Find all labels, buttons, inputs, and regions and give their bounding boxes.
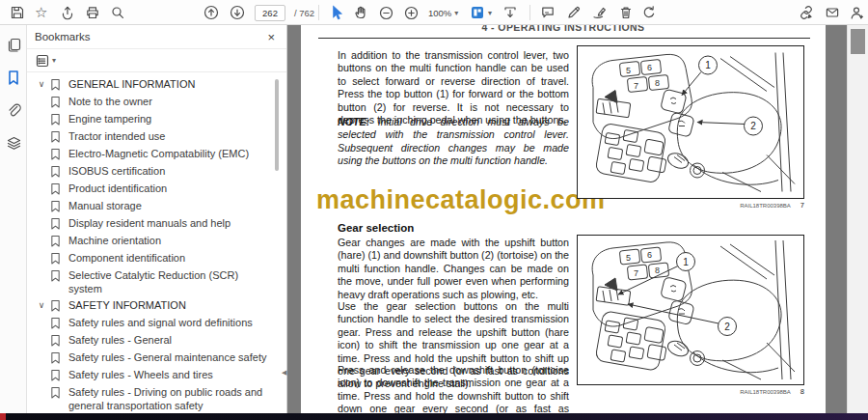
account-button[interactable] xyxy=(849,0,865,25)
add-comment-button[interactable] xyxy=(540,0,556,25)
layers-panel-button[interactable] xyxy=(0,131,27,158)
note-text: Initial drive direction must always be s… xyxy=(338,116,569,166)
fill-sign-button[interactable] xyxy=(799,0,814,25)
chevron-down-icon: ▾ xyxy=(52,56,56,65)
bookmark-label: Selective Catalytic Reduction (SCR) syst… xyxy=(68,269,281,295)
bookmark-item[interactable]: Product identification xyxy=(27,181,286,198)
bookmark-label: Machine orientation xyxy=(68,235,175,248)
save-icon xyxy=(10,5,25,20)
bookmark-item[interactable]: Display resident manuals and help xyxy=(27,215,286,233)
chevron-down-icon[interactable]: ∨ xyxy=(35,299,48,312)
save-button[interactable] xyxy=(10,0,25,25)
highlight-button[interactable] xyxy=(566,0,582,25)
bookmark-label: SAFETY INFORMATION xyxy=(68,299,200,313)
page-number-value[interactable]: 262 xyxy=(255,5,285,21)
share-button[interactable] xyxy=(60,0,75,25)
close-icon[interactable]: × xyxy=(263,30,279,44)
zoom-in-button[interactable] xyxy=(403,0,420,25)
bookmark-item[interactable]: Manual storage xyxy=(27,198,286,215)
select-tool-button[interactable] xyxy=(329,0,343,25)
bookmark-item[interactable]: Machine orientation xyxy=(27,233,286,250)
figure-1-number: 7 xyxy=(800,201,804,210)
fit-width-button[interactable] xyxy=(502,0,518,25)
bookmark-section[interactable]: ∨SAFETY INFORMATION xyxy=(27,297,286,315)
zoom-out-button[interactable] xyxy=(378,0,394,25)
figure-2-caption: RAIL18TR00398BA8 xyxy=(577,387,804,396)
fit-width-icon xyxy=(502,5,518,20)
attachments-panel-button[interactable] xyxy=(0,98,27,126)
figure-1: 1 2 xyxy=(577,45,804,199)
scrollbar-thumb[interactable] xyxy=(851,29,865,54)
search-button[interactable] xyxy=(110,0,125,25)
watermark: machinecatalogic.com xyxy=(316,185,606,215)
panel-collapse-arrow[interactable]: ◀ xyxy=(282,369,286,377)
chevron-down-icon[interactable]: ∨ xyxy=(35,78,48,91)
note-paragraph: NOTE: Initial drive direction must alway… xyxy=(338,116,569,168)
rotate-button[interactable] xyxy=(641,0,657,25)
paperclip-icon xyxy=(6,102,22,123)
section-heading: Gear selection xyxy=(338,222,414,234)
bookmark-item[interactable]: Safety rules and signal word definitions xyxy=(27,315,286,332)
bookmark-item[interactable]: Electro-Magnetic Compatability (EMC) xyxy=(27,146,286,163)
bookmark-item[interactable]: Safety rules - Wheels and tires xyxy=(27,367,286,384)
bookmark-options-button[interactable]: ▾ xyxy=(36,54,56,68)
print-button[interactable] xyxy=(85,0,100,25)
bookmark-label: Manual storage xyxy=(68,200,155,213)
vertical-scrollbar[interactable] xyxy=(847,25,868,413)
pages-panel-button[interactable] xyxy=(0,33,27,60)
callout-2-label: 2 xyxy=(724,322,730,332)
bookmark-tree: ∨GENERAL INFORMATIONNote to the ownerEng… xyxy=(27,72,286,413)
bookmark-label: Safety rules - General xyxy=(68,334,185,348)
chevron-down-icon: ▾ xyxy=(454,9,458,17)
page-count-label: / 762 xyxy=(289,0,314,25)
bookmark-item[interactable]: Selective Catalytic Reduction (SCR) syst… xyxy=(27,267,286,297)
bookmark-item[interactable]: Safety rules - General xyxy=(27,332,286,350)
zoom-level-value: 100% xyxy=(428,8,451,18)
page-number-input[interactable]: 262 xyxy=(255,0,285,25)
favorite-button[interactable]: ☆ xyxy=(35,0,47,25)
page-header: 4 - OPERATING INSTRUCTIONS xyxy=(301,25,826,33)
next-page-button[interactable] xyxy=(229,0,246,25)
bookmark-item[interactable]: Engine tampering xyxy=(27,111,286,128)
minus-circle-icon xyxy=(378,5,394,21)
bookmark-label: Tractor intended use xyxy=(68,130,178,144)
arrow-up-circle-icon xyxy=(203,4,220,21)
layers-icon xyxy=(6,135,22,155)
bookmark-icon xyxy=(50,317,63,329)
note-label: NOTE: xyxy=(338,116,369,127)
toolbar-separator xyxy=(318,5,319,20)
bookmark-icon xyxy=(50,299,63,312)
gear-paragraph-1: Gear changes are made with the upshift b… xyxy=(338,237,569,301)
bookmark-icon xyxy=(50,369,63,381)
bookmarks-panel-button[interactable] xyxy=(0,66,27,93)
page-view-dropdown[interactable]: ▾ xyxy=(470,0,492,25)
hand-icon xyxy=(353,5,368,20)
bookmark-icon xyxy=(50,200,63,212)
bookmark-item[interactable]: Component identification xyxy=(27,250,286,267)
bookmark-section[interactable]: ∨GENERAL INFORMATION xyxy=(27,76,286,94)
gear-paragraph-3: Press and release the downshift button (… xyxy=(338,364,569,413)
pdf-page: 4 - OPERATING INSTRUCTIONS In addition t… xyxy=(301,25,826,413)
bookmark-icon xyxy=(50,269,63,282)
navigation-rail xyxy=(0,25,27,413)
previous-page-button[interactable] xyxy=(203,0,220,25)
hand-tool-button[interactable] xyxy=(353,0,368,25)
bookmark-item[interactable]: Note to the owner xyxy=(27,94,286,111)
callout-1-label: 1 xyxy=(705,60,711,70)
bookmark-label: Engine tampering xyxy=(68,113,165,126)
bookmark-item[interactable]: Tractor intended use xyxy=(27,128,286,146)
delete-button[interactable] xyxy=(618,0,634,25)
trash-icon xyxy=(618,5,634,20)
zoom-level-dropdown[interactable]: 100% ▾ xyxy=(428,0,458,25)
person-icon xyxy=(849,5,865,21)
bookmark-item[interactable]: Safety rules - General maintenance safet… xyxy=(27,350,286,367)
document-viewport[interactable]: 4 - OPERATING INSTRUCTIONS In addition t… xyxy=(288,25,847,413)
bookmark-label: Safety rules - Wheels and tires xyxy=(68,369,227,382)
bookmark-item[interactable]: ISOBUS certification xyxy=(27,163,286,181)
panel-scrollbar-thumb[interactable] xyxy=(275,79,279,171)
email-button[interactable] xyxy=(825,0,840,25)
bookmark-item[interactable]: Safety rules - Driving on public roads a… xyxy=(27,384,286,413)
signature-button[interactable] xyxy=(592,0,608,25)
upload-icon xyxy=(60,5,75,20)
bookmark-icon xyxy=(50,334,63,347)
